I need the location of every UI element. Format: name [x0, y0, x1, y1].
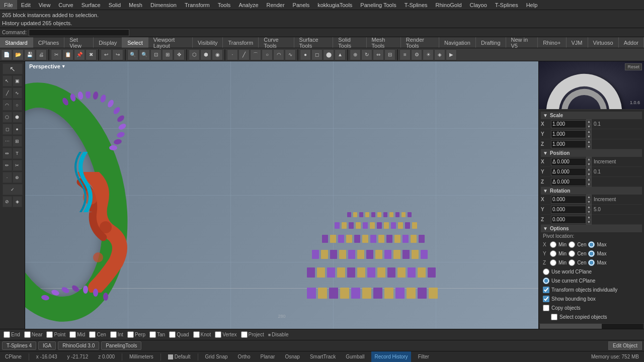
scale-x-input[interactable] [551, 120, 586, 128]
edit-object-button[interactable]: Edit Object [608, 341, 642, 350]
snap-point[interactable]: Point [45, 331, 67, 338]
use-current-cplane-radio[interactable] [543, 278, 549, 284]
tb-new[interactable]: 📄 [1, 49, 12, 60]
tb-rotate[interactable]: ↻ [361, 49, 372, 60]
lt-surface-b[interactable]: ⬢ [13, 112, 22, 123]
status-cplane[interactable]: CPlane [2, 351, 25, 362]
tb-lights[interactable]: ☀ [423, 49, 434, 60]
status-osnap[interactable]: Osnap [282, 351, 302, 362]
tab-virtuoso[interactable]: Virtuoso [588, 37, 619, 48]
snap-project[interactable]: Project [239, 331, 266, 338]
tab-setview[interactable]: Set View [64, 37, 94, 48]
snap-point-check[interactable] [46, 331, 53, 338]
lt-curve-a[interactable]: ◠ [3, 100, 12, 111]
status-gumball[interactable]: Gumball [343, 351, 367, 362]
tb-move[interactable]: ⊕ [350, 49, 361, 60]
lt-dim-b[interactable]: T [13, 148, 22, 159]
menu-tools[interactable]: Tools [214, 0, 235, 10]
menu-solid[interactable]: Solid [105, 0, 125, 10]
snap-cen-check[interactable] [89, 331, 96, 338]
tab-drafting[interactable]: Drafting [476, 37, 506, 48]
snap-mid-check[interactable] [69, 331, 76, 338]
viewport[interactable]: Perspective ▼ [25, 61, 538, 329]
lt-mesh-a[interactable]: ⋯ [3, 136, 12, 147]
tab-navigation[interactable]: Navigation [439, 37, 476, 48]
menu-transform[interactable]: Transform [181, 0, 214, 10]
tb-wireframe[interactable]: ⬡ [189, 49, 200, 60]
pivot-x-max-radio[interactable] [588, 241, 595, 248]
pos-z-input[interactable] [551, 178, 586, 186]
menu-view[interactable]: View [35, 0, 55, 10]
preview-reset[interactable]: Reset [625, 63, 642, 70]
tb-scale[interactable]: ⇔ [373, 49, 384, 60]
status-units[interactable]: Millimeters [126, 351, 156, 362]
menu-surface[interactable]: Surface [77, 0, 105, 10]
tb-open[interactable]: 📂 [13, 49, 24, 60]
tb-point[interactable]: · [227, 49, 238, 60]
tab-transform[interactable]: Transform [223, 37, 259, 48]
snap-end-check[interactable] [4, 331, 10, 338]
tab-mesh-tools[interactable]: Mesh Tools [367, 37, 401, 48]
tb-delete[interactable]: ✖ [86, 49, 97, 60]
tb-shaded[interactable]: ⬢ [200, 49, 211, 60]
tb-zoom-ext[interactable]: ⊡ [150, 49, 162, 60]
menu-rhinogold[interactable]: RhinoGold [432, 0, 466, 10]
menu-paneling[interactable]: Paneling Tools [356, 0, 400, 10]
tab-cplanes[interactable]: CPlanes [33, 37, 65, 48]
snap-quad-check[interactable] [169, 331, 176, 338]
snap-int[interactable]: Int [109, 331, 125, 338]
snap-end[interactable]: End [2, 331, 22, 338]
tab-vjm[interactable]: VJM [567, 37, 588, 48]
rot-x-input[interactable] [551, 196, 586, 204]
snap-mid[interactable]: Mid [68, 331, 87, 338]
status-smarttrack[interactable]: SmartTrack [307, 351, 339, 362]
tb-pan[interactable]: ✥ [174, 49, 185, 60]
tab-surface-tools[interactable]: Surface Tools [294, 37, 334, 48]
tab-solid-tools[interactable]: Solid Tools [333, 37, 366, 48]
lt-dim-a[interactable]: ⇔ [3, 148, 12, 159]
plugin-tab-tsplines[interactable]: T-Splines 4 [2, 341, 36, 350]
snap-near[interactable]: Near [23, 331, 44, 338]
tb-polyline[interactable]: ⌒ [250, 49, 261, 60]
scale-z-input[interactable] [551, 140, 586, 148]
tb-cut[interactable]: ✂ [51, 49, 62, 60]
tab-viewport-layout[interactable]: Viewport Layout [148, 37, 193, 48]
tb-arc[interactable]: ◠ [273, 49, 284, 60]
pivot-y-min-radio[interactable] [550, 250, 556, 257]
tb-rendered[interactable]: ◉ [212, 49, 223, 60]
lt-surface-a[interactable]: ⬡ [3, 112, 12, 123]
right-scrollbar-thumb[interactable] [540, 324, 602, 329]
snap-tan[interactable]: Tan [148, 331, 167, 338]
tb-cyl[interactable]: ⬤ [323, 49, 334, 60]
pivot-z-max-radio[interactable] [588, 259, 595, 266]
lt-point-b[interactable]: ⊕ [13, 172, 22, 183]
status-layer[interactable]: Default [165, 351, 194, 362]
menu-dimension[interactable]: Dimension [146, 0, 181, 10]
select-copied-check[interactable] [551, 314, 557, 320]
menu-kokkugia[interactable]: kokkugiaTools [313, 0, 356, 10]
tab-standard[interactable]: Standard [0, 37, 33, 48]
tb-copy[interactable]: 📋 [62, 49, 73, 60]
show-bounding-box-check[interactable] [543, 296, 549, 302]
menu-analyze[interactable]: Analyze [234, 0, 262, 10]
lt-point-a[interactable]: · [3, 172, 12, 183]
menu-render[interactable]: Render [263, 0, 289, 10]
menu-mesh[interactable]: Mesh [125, 0, 146, 10]
snap-cen[interactable]: Cen [88, 331, 107, 338]
snap-project-check[interactable] [241, 331, 248, 338]
lt-select-b[interactable]: ▣ [13, 75, 22, 86]
tb-layer[interactable]: ≡ [399, 49, 411, 60]
pos-x-input[interactable] [551, 158, 586, 166]
plugin-tab-paneling[interactable]: PanelingTools [101, 341, 141, 350]
snap-near-check[interactable] [24, 331, 31, 338]
tab-visibility[interactable]: Visibility [193, 37, 223, 48]
lt-select-a[interactable]: ↖ [3, 75, 12, 86]
lt-select[interactable]: ↖ [3, 63, 23, 74]
tab-rhinoplus[interactable]: Rhino+ [538, 37, 566, 48]
tab-curve-tools[interactable]: Curve Tools [259, 37, 294, 48]
position-section-header[interactable]: ▼ Position [541, 149, 642, 157]
tb-zoom-in[interactable]: 🔍 [127, 49, 138, 60]
tb-line[interactable]: ╱ [238, 49, 250, 60]
tb-print[interactable]: 🖨 [36, 49, 47, 60]
tb-save[interactable]: 💾 [24, 49, 35, 60]
